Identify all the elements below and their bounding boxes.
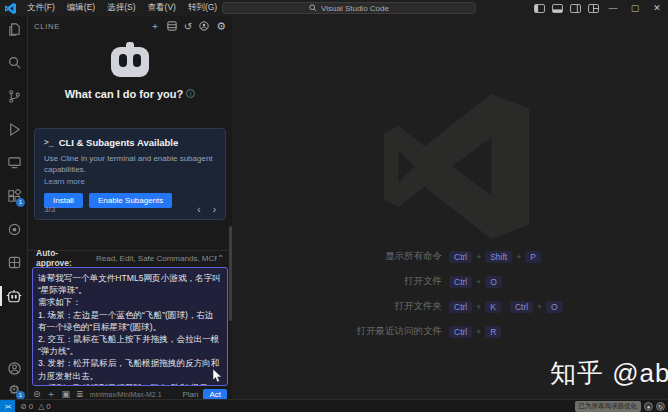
settings-gear-icon[interactable]: ⚙ [216, 20, 226, 33]
cline-robot-logo [111, 47, 149, 77]
sidebar-item-extension-circle[interactable] [2, 217, 26, 241]
prev-card-icon[interactable]: ‹ [197, 204, 200, 215]
toggle-sidebar-icon[interactable] [530, 0, 548, 16]
plus-separator: + [476, 302, 481, 312]
learn-more-link[interactable]: Learn more [44, 177, 216, 186]
screen-reader-badge[interactable]: 已为屏幕阅读器优化 [575, 401, 642, 412]
shortcut-row: 打开文件夹Ctrl+KCtrl+O [232, 294, 668, 319]
sidebar-item-cline[interactable] [2, 284, 26, 308]
warnings-icon: △ [38, 402, 44, 411]
greeting-row: What can I do for you?i [28, 88, 232, 100]
menubar: 文件(F)编辑(E)选择(S)查看(V)转到(G)··· [22, 1, 243, 15]
pager-count: 3/3 [44, 205, 55, 214]
editor-area: 显示所有命令Ctrl+Shift+P打开文件Ctrl+O打开文件夹Ctrl+KC… [232, 16, 668, 399]
new-task-icon[interactable]: ＋ [150, 19, 160, 33]
git-branch-icon [7, 89, 22, 104]
shortcut-keys: Ctrl+KCtrl+O [449, 301, 563, 313]
minimize-button[interactable]: — [602, 0, 624, 16]
search-label: Visual Studio Code [321, 4, 389, 13]
auto-approve-label: Auto-approve: [36, 248, 93, 268]
settings-button[interactable]: ⚙1 [2, 377, 26, 401]
card-title: CLI & Subagents Available [59, 137, 179, 148]
monitor-icon [7, 155, 22, 170]
search-icon [7, 55, 22, 70]
act-toggle[interactable]: Act [203, 389, 227, 400]
sidebar-item-extension-grid[interactable] [2, 250, 26, 274]
shortcut-label: 显示所有命令 [232, 250, 442, 263]
mcp-icon[interactable]: ≣ [76, 390, 84, 399]
shortcut-keys: Ctrl+O [449, 276, 502, 288]
key-badge: Ctrl [449, 251, 472, 263]
panel-title: CLINE [34, 22, 60, 31]
chevron-up-icon[interactable]: ⌃ [217, 254, 224, 263]
greeting-text: What can I do for you? [65, 88, 184, 100]
card-pager: 3/3 ‹ › [44, 204, 216, 215]
mcp-servers-icon[interactable] [167, 21, 177, 31]
menu-item-2[interactable]: 选择(S) [102, 1, 140, 15]
plus-separator: + [476, 327, 481, 337]
robot-eye [133, 54, 141, 67]
plan-toggle[interactable]: Plan [182, 390, 198, 399]
mouse-cursor [212, 369, 223, 383]
key-badge: Shift [485, 251, 512, 263]
menu-item-0[interactable]: 文件(F) [22, 1, 60, 15]
model-selector[interactable]: minimax/MiniMax-M2.1 [90, 391, 162, 398]
activity-bar: 1 ⚙1 [0, 16, 28, 399]
history-icon[interactable]: ↺ [184, 21, 192, 32]
cli-subagents-card: >_ CLI & Subagents Available Use Cline i… [34, 128, 226, 220]
sidebar-item-extensions[interactable]: 1 [2, 184, 26, 208]
errors-icon: ⊘ [20, 402, 27, 411]
plus-separator: + [537, 302, 542, 312]
cline-panel-header: CLINE ＋ ↺ ⚙ [28, 16, 232, 36]
add-context-icon[interactable]: ＋ [47, 390, 56, 399]
command-center-search[interactable]: Visual Studio Code [222, 2, 476, 14]
maximize-button[interactable]: ▢ [624, 0, 646, 16]
shortcut-row: 打开最近访问的文件Ctrl+R [232, 319, 668, 344]
menu-item-4[interactable]: 转到(G) [183, 1, 222, 15]
image-icon[interactable]: ▣ [62, 390, 71, 399]
sidebar-scrollbar[interactable] [229, 226, 232, 321]
sidebar-item-run-debug[interactable] [2, 117, 26, 141]
toggle-secondary-sidebar-icon[interactable] [566, 0, 584, 16]
chat-input[interactable]: 请帮我写一个单文件HTML5网页小游戏，名字叫“星际弹珠”。 需求如下： 1. … [32, 267, 228, 386]
customize-layout-icon[interactable] [584, 0, 602, 16]
key-badge: P [525, 251, 541, 263]
sidebar-item-remote-explorer[interactable] [2, 150, 26, 174]
run-debug-icon [7, 122, 22, 137]
menu-item-1[interactable]: 编辑(E) [62, 1, 100, 15]
shortcut-keys: Ctrl+R [449, 326, 501, 338]
problems-indicator[interactable]: ⊘0 △0 [20, 402, 51, 411]
key-badge: O [485, 276, 502, 288]
key-badge: K [485, 301, 501, 313]
sidebar-item-search[interactable] [2, 50, 26, 74]
files-icon [7, 22, 22, 37]
vscode-watermark-logo [384, 94, 529, 239]
vscode-logo-icon [5, 3, 16, 14]
shortcut-keys: Ctrl+Shift+P [449, 251, 541, 263]
toggle-panel-icon[interactable] [548, 0, 566, 16]
close-button[interactable]: ✕ [646, 0, 668, 16]
account-icon[interactable] [199, 21, 209, 31]
card-body: Use Cline in your terminal and enable su… [44, 154, 216, 176]
next-card-icon[interactable]: › [213, 204, 216, 215]
extension-grid-icon [7, 255, 22, 270]
info-icon[interactable]: i [186, 89, 195, 98]
budget-icon[interactable]: ⊜ [33, 390, 41, 399]
shortcut-label: 打开最近访问的文件 [232, 325, 442, 338]
terminal-icon: >_ [44, 138, 54, 147]
key-badge: R [485, 326, 501, 338]
feedback-icon[interactable]: ↻ [656, 402, 665, 411]
robot-icon [6, 289, 22, 303]
extensions-badge: 1 [16, 198, 25, 207]
robot-eye [119, 54, 127, 67]
auto-approve-bar[interactable]: Auto-approve: Read, Edit, Safe Commands,… [28, 250, 232, 265]
menu-item-3[interactable]: 查看(V) [143, 1, 181, 15]
sidebar-item-explorer[interactable] [2, 17, 26, 41]
shortcut-label: 打开文件夹 [232, 300, 442, 313]
titlebar: 文件(F)编辑(E)选择(S)查看(V)转到(G)··· ← → Visual … [0, 0, 668, 16]
sidebar-item-source-control[interactable] [2, 84, 26, 108]
notifications-icon[interactable]: ● [644, 402, 653, 411]
statusbar-right: 已为屏幕阅读器优化 ● ↻ [575, 401, 668, 412]
chat-input-text: 请帮我写一个单文件HTML5网页小游戏，名字叫“星际弹珠”。 需求如下： 1. … [38, 272, 222, 386]
remote-indicator[interactable]: >< [0, 400, 15, 412]
